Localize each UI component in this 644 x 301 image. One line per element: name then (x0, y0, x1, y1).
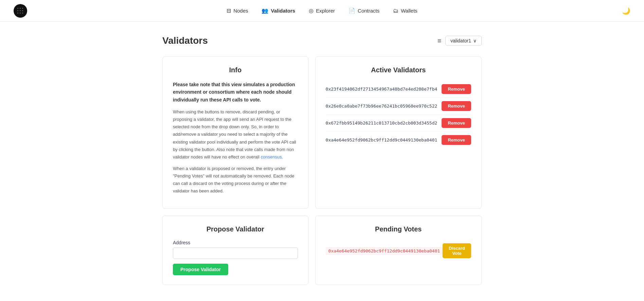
table-row: 0x672fbb95149b26211c013710cbd2cb003d3455… (326, 115, 471, 132)
propose-validator-button[interactable]: Propose Validator (173, 264, 228, 275)
pending-vote-address: 0xa4e64e952fd9062bc9ff12dd9c0449130eba04… (326, 247, 443, 255)
page-title: Validators (162, 35, 208, 46)
nav-explorer-label: Explorer (316, 8, 335, 14)
table-row: 0x26e0ca0abe7f73b96ee76241bc05960ee970c5… (326, 98, 471, 115)
selected-validator: validator1 (450, 38, 471, 43)
address-label: Address (173, 240, 298, 245)
validator-dropdown[interactable]: validator1 ∨ (445, 36, 482, 46)
list-item: 0xa4e64e952fd9062bc9ff12dd9c0449130eba04… (326, 240, 471, 262)
nav-contracts[interactable]: 📄 Contracts (348, 6, 379, 15)
nav-validators[interactable]: 👥 Validators (262, 6, 295, 15)
validator-address: 0xa4e64e952fd9062bc9ff12dd9c0449130eba04… (326, 137, 437, 143)
remove-validator-0-button[interactable]: Remove (442, 84, 471, 94)
nav-contracts-label: Contracts (358, 8, 379, 14)
active-validators-title: Active Validators (326, 66, 471, 74)
discard-vote-button[interactable]: Discard Vote (443, 243, 471, 258)
info-paragraph-2: When a validator is proposed or removed,… (173, 165, 298, 195)
address-input[interactable] (173, 247, 298, 259)
pending-votes-title: Pending Votes (326, 225, 471, 233)
table-row: 0xa4e64e952fd9062bc9ff12dd9c0449130eba04… (326, 132, 471, 148)
app-logo[interactable] (14, 4, 27, 18)
remove-validator-1-button[interactable]: Remove (442, 101, 471, 111)
header-right: ≡ validator1 ∨ (437, 36, 482, 46)
nav-links: ⊟ Nodes 👥 Validators ◎ Explorer 📄 Contra… (227, 6, 417, 15)
remove-validator-3-button[interactable]: Remove (442, 135, 471, 145)
active-validators-card: Active Validators 0x23f4194062df27134549… (315, 56, 482, 209)
logo-icon (17, 7, 24, 15)
navbar: ⊟ Nodes 👥 Validators ◎ Explorer 📄 Contra… (0, 0, 644, 22)
info-title: Info (173, 66, 298, 74)
info-paragraph-1: When using the buttons to remove, discar… (173, 108, 298, 161)
nav-validators-label: Validators (271, 8, 295, 14)
validator-address: 0x26e0ca0abe7f73b96ee76241bc05960ee970c5… (326, 104, 437, 109)
info-bold-text: Please take note that this view simulate… (173, 81, 298, 104)
info-card: Info Please take note that this view sim… (162, 56, 308, 209)
pending-votes-card: Pending Votes 0xa4e64e952fd9062bc9ff12dd… (315, 215, 482, 285)
main-grid: Info Please take note that this view sim… (162, 56, 482, 285)
nodes-icon: ⊟ (227, 7, 231, 14)
active-validators-list: 0x23f4194062df2713454967a40bd7e4ed208e7f… (326, 81, 471, 148)
nav-wallets-label: Wallets (401, 8, 417, 14)
chevron-down-icon: ∨ (473, 38, 477, 43)
nav-explorer[interactable]: ◎ Explorer (309, 6, 335, 15)
page-content: Validators ≡ validator1 ∨ Info Please ta… (156, 22, 488, 299)
nav-nodes[interactable]: ⊟ Nodes (227, 6, 248, 15)
contracts-icon: 📄 (348, 7, 355, 14)
validators-icon: 👥 (262, 7, 268, 14)
explorer-icon: ◎ (309, 7, 314, 14)
table-row: 0x23f4194062df2713454967a40bd7e4ed208e7f… (326, 81, 471, 98)
nav-nodes-label: Nodes (233, 8, 248, 14)
pending-votes-list: 0xa4e64e952fd9062bc9ff12dd9c0449130eba04… (326, 240, 471, 262)
propose-validator-card: Propose Validator Address Propose Valida… (162, 215, 308, 285)
nav-wallets[interactable]: 🗂 Wallets (393, 6, 417, 15)
propose-validator-title: Propose Validator (173, 225, 298, 233)
validator-address: 0x672fbb95149b26211c013710cbd2cb003d3455… (326, 120, 437, 126)
remove-validator-2-button[interactable]: Remove (442, 118, 471, 128)
filter-icon[interactable]: ≡ (437, 37, 442, 45)
dark-mode-toggle[interactable]: 🌙 (622, 7, 630, 15)
consensus-link[interactable]: consensus (261, 154, 282, 159)
wallets-icon: 🗂 (393, 8, 398, 14)
page-header: Validators ≡ validator1 ∨ (162, 35, 482, 46)
validator-address: 0x23f4194062df2713454967a40bd7e4ed208e7f… (326, 87, 437, 92)
